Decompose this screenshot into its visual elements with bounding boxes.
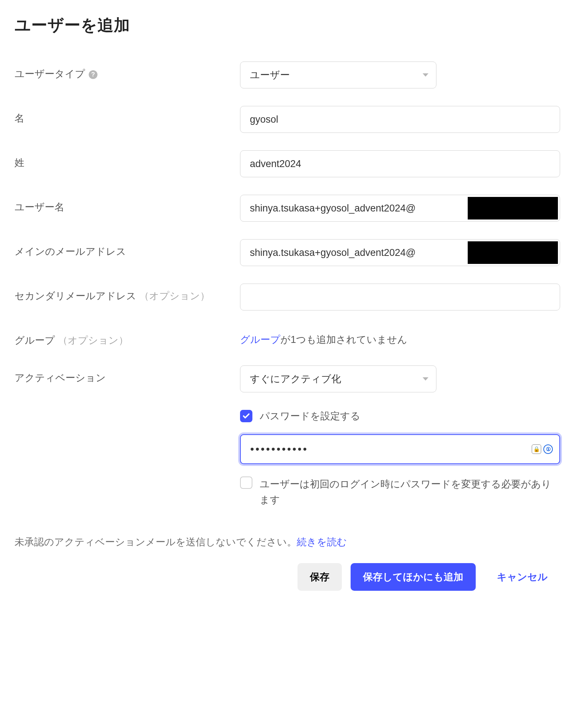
read-more-link[interactable]: 続きを読む <box>297 537 347 547</box>
chevron-down-icon <box>423 377 428 380</box>
label-groups: グループ （オプション） <box>15 328 240 348</box>
label-username: ユーザー名 <box>15 195 240 215</box>
label-first-name: 名 <box>15 106 240 126</box>
first-name-input[interactable] <box>240 106 560 133</box>
save-button[interactable]: 保存 <box>298 563 342 591</box>
last-name-input[interactable] <box>240 150 560 177</box>
label-activation: アクティベーション <box>15 365 240 385</box>
chevron-down-icon <box>423 74 428 77</box>
help-icon[interactable]: ? <box>89 70 97 79</box>
password-manager-icon[interactable]: ① <box>543 444 553 454</box>
label-user-type: ユーザータイプ? <box>15 62 240 82</box>
activation-select[interactable]: すぐにアクティブ化 <box>240 365 436 392</box>
save-and-add-button[interactable]: 保存してほかにも追加 <box>351 563 476 591</box>
require-password-change-label: ユーザーは初回のログイン時にパスワードを変更する必要があります <box>260 476 560 508</box>
groups-empty-text: グループが1つも追加されていません <box>240 328 572 346</box>
label-primary-email: メインのメールアドレス <box>15 239 240 259</box>
redacted-block <box>468 197 558 219</box>
label-last-name: 姓 <box>15 150 240 170</box>
set-password-checkbox[interactable] <box>240 410 252 422</box>
page-title: ユーザーを追加 <box>15 15 572 36</box>
require-password-change-checkbox[interactable] <box>240 476 252 489</box>
cancel-button[interactable]: キャンセル <box>484 563 560 591</box>
set-password-label: パスワードを設定する <box>260 408 360 424</box>
lock-icon[interactable]: 🔒 <box>532 444 541 454</box>
label-secondary-email: セカンダリメールアドレス （オプション） <box>15 284 240 304</box>
password-input[interactable] <box>240 434 560 464</box>
user-type-select[interactable]: ユーザー <box>240 62 436 88</box>
groups-link[interactable]: グループ <box>240 334 280 345</box>
redacted-block <box>468 241 558 264</box>
secondary-email-input[interactable] <box>240 284 560 310</box>
footer-note: 未承認のアクティベーションメールを送信しないでください。続きを読む <box>15 535 572 549</box>
